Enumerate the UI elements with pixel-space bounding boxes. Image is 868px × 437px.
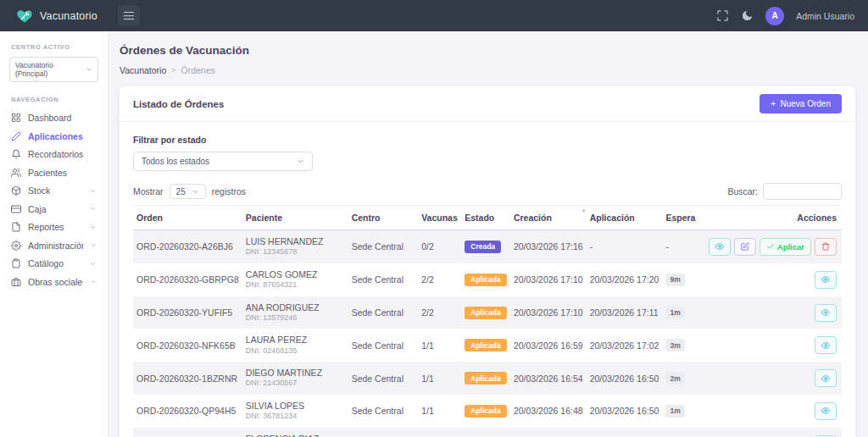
clipboard-icon bbox=[11, 258, 21, 268]
page-size-select[interactable]: 25 bbox=[170, 184, 206, 199]
column-header-espera[interactable]: Espera bbox=[662, 206, 701, 230]
center-cell: Sede Central bbox=[348, 362, 418, 395]
active-center-select[interactable]: Vacunatorio (Principal) bbox=[9, 57, 98, 82]
view-order-button[interactable] bbox=[815, 336, 837, 354]
center-cell: Sede Central bbox=[348, 329, 418, 362]
search-label: Buscar: bbox=[727, 186, 758, 196]
status-cell: Aplicada bbox=[461, 395, 510, 428]
plus-icon: + bbox=[771, 99, 776, 108]
created-at-cell: 20/03/2026 16:54 bbox=[510, 362, 587, 395]
column-header-estado[interactable]: Estado bbox=[461, 206, 510, 230]
patient-cell: LUIS HERNANDEZDNI: 12345678 bbox=[242, 230, 348, 263]
view-order-button[interactable] bbox=[815, 369, 837, 387]
applied-at-cell: 20/03/2026 16:47 bbox=[587, 428, 663, 437]
fullscreen-icon[interactable] bbox=[716, 9, 729, 22]
sidebar-item-aplicaciones[interactable]: Aplicaciones bbox=[8, 128, 100, 145]
sidebar-item-recordatorios[interactable]: Recordatorios bbox=[8, 146, 100, 163]
column-header-centro[interactable]: Centro bbox=[348, 206, 418, 230]
patient-cell: LAURA PEREZDNI: 02468135 bbox=[242, 329, 348, 362]
chevron-down-icon bbox=[89, 224, 97, 231]
column-header-orden[interactable]: Orden bbox=[133, 206, 242, 230]
status-filter-select[interactable]: Todos los estados bbox=[133, 152, 313, 171]
syringe-icon bbox=[11, 131, 21, 141]
chevron-down-icon bbox=[86, 66, 92, 73]
apply-order-button[interactable]: Aplicar bbox=[760, 238, 811, 256]
order-id-cell: ORD-20260320-GBRPG8 bbox=[133, 263, 242, 296]
column-header-paciente[interactable]: Paciente bbox=[242, 206, 348, 230]
edit-order-button[interactable] bbox=[734, 238, 756, 256]
column-header-aplicacion[interactable]: Aplicación bbox=[587, 206, 663, 230]
column-header-acciones[interactable]: Acciones bbox=[702, 206, 842, 230]
user-avatar[interactable]: A bbox=[765, 7, 784, 25]
eye-icon bbox=[821, 308, 830, 317]
sidebar-item-label: Recordatorios bbox=[28, 149, 83, 159]
new-order-button[interactable]: + Nueva Orden bbox=[760, 94, 842, 113]
sidebar-item-administracion[interactable]: Administración bbox=[8, 237, 100, 254]
status-cell: Creada bbox=[461, 230, 510, 263]
page-length-control: Mostrar 25 registros bbox=[133, 184, 246, 199]
wait-cell: 1m bbox=[662, 428, 701, 437]
check-icon bbox=[766, 242, 775, 251]
sidebar-item-dashboard[interactable]: Dashboard bbox=[8, 109, 100, 126]
view-order-button[interactable] bbox=[709, 238, 731, 256]
patient-dni: DNI: 36781234 bbox=[246, 412, 345, 422]
edit-icon bbox=[741, 242, 749, 251]
applied-at-cell: 20/03/2026 16:50 bbox=[587, 362, 663, 395]
card-body: Filtrar por estado Todos los estados Mos… bbox=[120, 122, 855, 437]
created-at-cell: 20/03/2026 16:46 bbox=[510, 428, 587, 437]
table-row: ORD-20260320-GBRPG8CARLOS GOMEZDNI: 8765… bbox=[133, 263, 842, 296]
status-badge: Aplicada bbox=[465, 339, 506, 351]
filter-label: Filtrar por estado bbox=[133, 135, 842, 145]
eye-icon bbox=[821, 275, 830, 284]
apply-button-label: Aplicar bbox=[777, 242, 804, 252]
view-order-button[interactable] bbox=[815, 271, 837, 289]
user-name: Admin Usuario bbox=[796, 11, 854, 21]
center-cell: Sede Central bbox=[348, 263, 418, 296]
created-at-cell: 20/03/2026 17:10 bbox=[510, 296, 587, 329]
breadcrumb-separator: > bbox=[171, 66, 175, 75]
search-input[interactable] bbox=[763, 183, 842, 200]
column-header-creacion[interactable]: Creación▲ bbox=[510, 206, 587, 230]
column-header-label: Estado bbox=[465, 213, 494, 223]
vaccines-cell: 1/1 bbox=[418, 428, 461, 437]
wait-cell: 9m bbox=[662, 263, 701, 296]
status-cell: Aplicada bbox=[461, 296, 510, 329]
brand-name: Vacunatorio bbox=[40, 10, 97, 22]
created-at-cell: 20/03/2026 16:59 bbox=[510, 329, 587, 362]
vaccines-cell: 1/1 bbox=[418, 362, 461, 395]
sidebar-item-label: Reportes bbox=[28, 222, 64, 232]
sidebar-item-stock[interactable]: Stock bbox=[8, 182, 100, 199]
chevron-down-icon bbox=[89, 205, 97, 213]
actions-cell bbox=[702, 263, 842, 296]
eye-icon bbox=[821, 407, 830, 415]
center-cell: Sede Central bbox=[348, 428, 418, 437]
order-id-cell: ORD-20260320-YUFIF5 bbox=[133, 296, 242, 329]
order-id-cell: ORD-20260320-A26BJ6 bbox=[133, 230, 242, 263]
sidebar-item-obras-sociales[interactable]: Obras sociales bbox=[8, 274, 100, 290]
column-header-label: Creación bbox=[514, 213, 552, 223]
patient-name: LUIS HERNANDEZ bbox=[246, 236, 345, 247]
sidebar-item-label: Caja bbox=[28, 204, 47, 214]
status-badge: Aplicada bbox=[465, 372, 506, 384]
bell-icon bbox=[11, 149, 21, 159]
sidebar-item-caja[interactable]: Caja bbox=[8, 201, 100, 218]
delete-order-button[interactable] bbox=[815, 238, 837, 256]
dark-mode-moon-icon[interactable] bbox=[741, 9, 754, 22]
app-logo[interactable]: Vacunatorio bbox=[15, 8, 110, 25]
view-order-button[interactable] bbox=[815, 304, 837, 322]
trash-icon bbox=[821, 242, 830, 251]
actions-cell bbox=[702, 329, 842, 362]
table-row: ORD-20260320-R7UDBLFLORENCIA DIAZDNI: 98… bbox=[133, 428, 842, 437]
table-row: ORD-20260320-YUFIF5ANA RODRIGUEZDNI: 135… bbox=[133, 296, 842, 329]
view-order-button[interactable] bbox=[815, 402, 837, 420]
sidebar-toggle-button[interactable] bbox=[118, 5, 140, 26]
patient-dni: DNI: 21430567 bbox=[246, 379, 345, 389]
sidebar-item-label: Stock bbox=[28, 185, 50, 196]
column-header-vacunas[interactable]: Vacunas bbox=[418, 206, 461, 230]
sidebar-item-pacientes[interactable]: Pacientes bbox=[8, 164, 100, 181]
table-row: ORD-20260320-NFK65BLAURA PEREZDNI: 02468… bbox=[133, 329, 842, 362]
sidebar-item-catalogo[interactable]: Catálogo bbox=[8, 255, 100, 272]
breadcrumb-home[interactable]: Vacunatorio bbox=[120, 65, 166, 75]
table-row: ORD-20260320-1BZRNRDIEGO MARTINEZDNI: 21… bbox=[133, 362, 842, 395]
sidebar-item-reportes[interactable]: Reportes bbox=[8, 218, 100, 235]
